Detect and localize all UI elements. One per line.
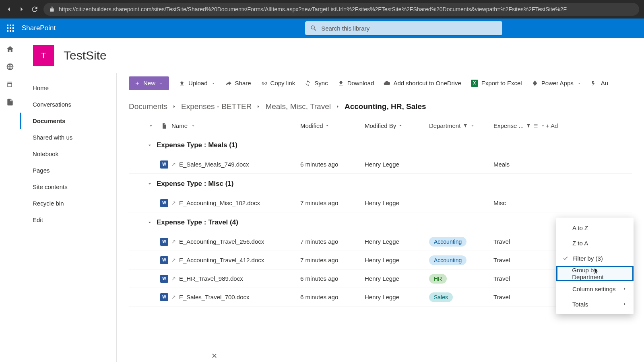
group-icon xyxy=(533,123,538,128)
column-settings[interactable]: Column settings xyxy=(556,281,634,296)
copylink-button[interactable]: Copy link xyxy=(261,80,295,86)
powerapps-button[interactable]: Power Apps xyxy=(532,80,582,86)
share-button[interactable]: Share xyxy=(225,80,251,86)
new-button[interactable]: New xyxy=(129,76,169,90)
share-icon xyxy=(225,80,232,86)
filetype-header[interactable] xyxy=(157,123,171,129)
table-row[interactable]: W ↗E_Accounting_Misc_102.docx 7 minutes … xyxy=(129,194,632,212)
col-modifiedby[interactable]: Modified By xyxy=(365,122,429,129)
nav-documents[interactable]: Documents xyxy=(20,113,116,129)
totals[interactable]: Totals xyxy=(556,296,634,312)
site-header: T TestSite xyxy=(20,38,644,73)
nav-recycle[interactable]: Recycle bin xyxy=(20,195,116,212)
files-icon[interactable] xyxy=(6,98,14,106)
main-pane: New Upload Share Copy link Sync Download… xyxy=(117,73,644,362)
chevron-down-icon xyxy=(325,123,330,128)
upload-button[interactable]: Upload xyxy=(179,80,216,86)
svg-rect-0 xyxy=(7,25,8,26)
nav-conversations[interactable]: Conversations xyxy=(20,96,116,113)
chevron-down-icon xyxy=(470,123,475,128)
automate-button[interactable]: Au xyxy=(591,80,608,86)
crumb-documents[interactable]: Documents xyxy=(129,102,167,111)
forward-icon[interactable] xyxy=(18,5,26,13)
chevron-down-icon xyxy=(577,81,582,86)
site-logo[interactable]: T xyxy=(33,45,54,66)
svg-rect-1 xyxy=(10,25,11,26)
search-icon xyxy=(310,25,317,32)
table-row[interactable]: W ↗E_Sales_Meals_749.docx 6 minutes ago … xyxy=(129,155,632,174)
news-icon[interactable] xyxy=(6,80,14,88)
chevron-down-icon xyxy=(159,81,163,86)
svg-rect-8 xyxy=(12,30,14,32)
app-launcher-icon[interactable] xyxy=(4,22,17,35)
sync-button[interactable]: Sync xyxy=(305,80,328,86)
excel-icon: X xyxy=(471,80,478,87)
address-bar[interactable]: https://citizenbuilders.sharepoint.com/s… xyxy=(43,3,639,16)
chevron-right-icon xyxy=(622,302,627,306)
word-icon: W xyxy=(160,275,168,283)
browser-chrome: https://citizenbuilders.sharepoint.com/s… xyxy=(0,0,644,19)
word-icon: W xyxy=(160,256,168,264)
export-excel-button[interactable]: XExport to Excel xyxy=(471,80,522,87)
col-name[interactable]: Name xyxy=(171,122,300,129)
reload-icon[interactable] xyxy=(31,5,39,13)
expand-all[interactable] xyxy=(145,123,157,129)
filter-by[interactable]: Filter by (3) xyxy=(556,251,634,266)
onedrive-icon xyxy=(384,80,390,86)
close-icon[interactable]: ✕ xyxy=(211,352,217,360)
upload-icon xyxy=(179,80,185,86)
nav-pages[interactable]: Pages xyxy=(20,162,116,179)
group-misc[interactable]: Expense Type : Misc (1) xyxy=(129,174,632,194)
word-icon: W xyxy=(160,293,168,301)
col-modified[interactable]: Modified xyxy=(300,122,365,129)
chevron-right-icon xyxy=(171,104,177,109)
add-column[interactable]: + Ad xyxy=(546,122,570,129)
file-icon xyxy=(161,123,167,129)
dept-pill: HR xyxy=(429,274,447,284)
sharepoint-header: SharePoint Search this library xyxy=(0,19,644,38)
chevron-right-icon xyxy=(335,104,341,109)
flow-icon xyxy=(591,80,598,86)
svg-rect-4 xyxy=(10,27,11,29)
svg-rect-7 xyxy=(10,30,11,32)
crumb-meals[interactable]: Meals, Misc, Travel xyxy=(265,102,331,111)
nav-sitecontents[interactable]: Site contents xyxy=(20,179,116,195)
col-expense[interactable]: Expense ... xyxy=(493,122,546,129)
url-text: https://citizenbuilders.sharepoint.com/s… xyxy=(59,6,567,12)
left-rail xyxy=(0,38,20,362)
check-icon xyxy=(563,255,568,261)
sharepoint-brand[interactable]: SharePoint xyxy=(22,24,56,32)
sync-icon xyxy=(305,80,311,86)
download-button[interactable]: Download xyxy=(338,80,374,86)
sort-az[interactable]: A to Z xyxy=(556,220,634,235)
svg-rect-6 xyxy=(7,30,8,32)
command-bar: New Upload Share Copy link Sync Download… xyxy=(117,73,644,93)
crumb-expenses[interactable]: Expenses - BETTER xyxy=(181,102,252,111)
globe-icon[interactable] xyxy=(6,63,14,71)
word-icon: W xyxy=(160,199,168,207)
svg-rect-2 xyxy=(12,25,14,26)
chevron-down-icon xyxy=(147,220,153,225)
add-shortcut-button[interactable]: Add shortcut to OneDrive xyxy=(384,80,461,86)
dept-pill: Accounting xyxy=(429,255,466,265)
nav-edit[interactable]: Edit xyxy=(20,212,116,228)
dept-pill: Sales xyxy=(429,292,453,302)
nav-notebook[interactable]: Notebook xyxy=(20,146,116,162)
crumb-current: Accounting, HR, Sales xyxy=(345,102,426,111)
chevron-down-icon xyxy=(541,123,545,128)
nav-shared[interactable]: Shared with us xyxy=(20,129,116,146)
search-input[interactable]: Search this library xyxy=(305,21,502,35)
home-icon[interactable] xyxy=(6,45,14,53)
table-header-row: Name Modified Modified By Department Exp… xyxy=(129,117,632,135)
plus-icon xyxy=(134,80,140,86)
site-title[interactable]: TestSite xyxy=(64,49,107,62)
nav-home[interactable]: Home xyxy=(20,80,116,96)
chevron-right-icon xyxy=(256,104,261,109)
sort-za[interactable]: Z to A xyxy=(556,235,634,251)
filter-icon xyxy=(526,123,531,128)
chevron-down-icon xyxy=(191,123,196,128)
col-department[interactable]: Department xyxy=(429,122,493,129)
svg-rect-5 xyxy=(12,27,14,29)
group-meals[interactable]: Expense Type : Meals (1) xyxy=(129,135,632,155)
back-icon[interactable] xyxy=(5,5,13,13)
